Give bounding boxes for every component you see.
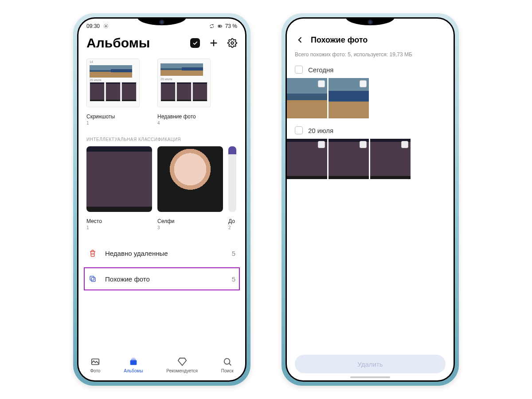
svg-rect-9: [131, 359, 136, 360]
svg-point-4: [231, 42, 234, 44]
smart-album-item[interactable]: Селфи 3: [157, 146, 223, 230]
photo-item[interactable]: [370, 139, 411, 179]
select-group-checkbox[interactable]: [295, 66, 303, 74]
battery-icon: [217, 23, 223, 29]
back-button[interactable]: [295, 35, 305, 45]
similar-photos-row[interactable]: Похожие фото 5: [84, 267, 240, 290]
smart-album-item[interactable]: Место 1: [86, 146, 152, 230]
nav-recommend[interactable]: Рекомендуется: [166, 357, 198, 373]
photo-icon: [90, 357, 100, 367]
svg-point-11: [224, 358, 230, 364]
photo-checkbox[interactable]: [360, 141, 367, 148]
album-item[interactable]: 14 20 июля Скриншоты 1: [86, 59, 140, 125]
recently-deleted-row[interactable]: Недавно удаленные 5: [86, 241, 237, 266]
add-button[interactable]: [209, 38, 219, 48]
mini-date: 14: [90, 60, 93, 63]
photo-checkbox[interactable]: [401, 141, 408, 148]
photo-item[interactable]: [287, 139, 327, 179]
list-count: 5: [232, 250, 235, 257]
diamond-icon: [177, 357, 187, 367]
list-label: Похожие фото: [105, 275, 224, 283]
bottom-navigation: Фото Альбомы Рекомендуется Поиск: [78, 349, 245, 380]
svg-rect-8: [130, 360, 137, 365]
album-label: Недавние фото: [157, 113, 211, 120]
album-count: 4: [157, 121, 211, 125]
photo-item[interactable]: [287, 78, 327, 118]
phone-left: 09:30 73 % Альбомы: [73, 13, 250, 386]
photo-checkbox[interactable]: [360, 80, 367, 87]
phone-right: Похожие фото Всего похожих фото: 5, испо…: [282, 13, 459, 386]
group-label: 20 июля: [308, 127, 333, 134]
list-count: 5: [232, 275, 235, 283]
nav-search[interactable]: Поиск: [221, 357, 234, 373]
search-icon: [223, 357, 232, 367]
smart-album-item[interactable]: До 2: [228, 146, 236, 230]
home-indicator: [350, 376, 390, 378]
gear-icon: [103, 23, 109, 29]
auto-rotate-icon: [209, 23, 215, 29]
svg-rect-2: [219, 26, 221, 27]
duplicate-icon: [88, 274, 97, 283]
battery-percent: 73 %: [225, 23, 237, 29]
photo-checkbox[interactable]: [318, 80, 325, 87]
svg-rect-6: [90, 276, 94, 280]
summary-text: Всего похожих фото: 5, используется: 19,…: [295, 51, 446, 58]
svg-rect-5: [91, 278, 95, 282]
section-header: ИНТЕЛЛЕКТУАЛЬНАЯ КЛАССИФИКАЦИЯ: [86, 137, 237, 142]
svg-point-0: [106, 26, 107, 27]
photo-item[interactable]: [329, 139, 369, 179]
page-title: Похожие фото: [311, 35, 368, 45]
photo-checkbox[interactable]: [318, 141, 325, 148]
list-label: Недавно удаленные: [105, 250, 224, 257]
svg-rect-3: [222, 26, 222, 27]
status-time: 09:30: [86, 23, 100, 29]
delete-button[interactable]: Удалить: [295, 355, 446, 373]
page-title: Альбомы: [86, 35, 150, 51]
album-label: Скриншоты: [86, 113, 140, 120]
group-label: Сегодня: [308, 66, 334, 74]
nav-photos[interactable]: Фото: [90, 357, 100, 373]
album-item[interactable]: 20 июля Недавние фото 4: [157, 59, 211, 125]
select-group-checkbox[interactable]: [295, 126, 303, 134]
albums-icon: [129, 357, 138, 367]
settings-button[interactable]: [227, 38, 237, 48]
album-count: 1: [86, 121, 140, 125]
nav-albums[interactable]: Альбомы: [124, 357, 143, 373]
select-mode-button[interactable]: [190, 38, 200, 48]
svg-rect-10: [132, 357, 135, 358]
trash-icon: [88, 249, 97, 258]
photo-item[interactable]: [329, 78, 369, 118]
